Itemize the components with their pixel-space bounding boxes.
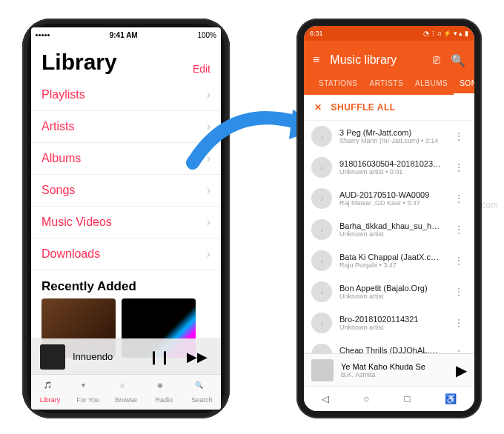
now-playing-art xyxy=(311,359,334,381)
tab-label: Search xyxy=(191,396,213,404)
tab-browse[interactable]: ♫ Browse xyxy=(107,375,145,410)
heart-icon: ♥ xyxy=(82,381,95,395)
song-title: Bon Appetit (Bajalo.Org) xyxy=(339,284,443,293)
shuffle-all-button[interactable]: ✕ SHUFFLE ALL xyxy=(304,95,474,121)
now-playing-title: Ye Mat Kaho Khuda Se xyxy=(341,362,448,371)
song-art-icon: ♪ xyxy=(311,157,332,178)
android-now-playing-bar[interactable]: Ye Mat Kaho Khuda Se B.K. Asmita ▶ xyxy=(304,353,474,386)
library-item-label: Albums xyxy=(42,152,81,165)
song-subtitle: Raj Mawar ,GD Kaur • 3:47 xyxy=(339,199,443,207)
song-row[interactable]: ♪ Bata Ki Chappal (JaatX.com) Raju Punja… xyxy=(304,245,474,276)
play-icon[interactable]: ▶ xyxy=(456,361,467,379)
song-title: Bata Ki Chappal (JaatX.com) xyxy=(339,253,443,261)
note-icon: ♫ xyxy=(119,381,133,395)
library-item-label: Playlists xyxy=(42,88,85,101)
song-art-icon: ♪ xyxy=(311,219,332,240)
song-art-icon: ♪ xyxy=(311,126,332,147)
library-item-music-videos[interactable]: Music Videos › xyxy=(31,207,221,238)
song-art-icon: ♪ xyxy=(311,250,332,271)
library-item-albums[interactable]: Albums › xyxy=(31,143,221,175)
library-item-artists[interactable]: Artists › xyxy=(31,111,221,143)
song-row[interactable]: ♪ Cheap Thrills (DJJOhAL.Com) (Mp… Sia •… xyxy=(304,338,474,353)
song-title: Cheap Thrills (DJJOhAL.Com) (Mp… xyxy=(339,346,443,353)
now-playing-art xyxy=(40,344,65,370)
tab-label: Radio xyxy=(155,396,173,404)
song-list: ♪ 3 Peg (Mr-Jatt.com) Sharry Mann (mr-Ja… xyxy=(304,121,474,353)
shuffle-label: SHUFFLE ALL xyxy=(331,102,396,113)
library-item-downloads[interactable]: Downloads › xyxy=(31,238,221,270)
song-art-icon: ♪ xyxy=(311,313,332,333)
tab-for-you[interactable]: ♥ For You xyxy=(69,375,107,410)
more-icon[interactable]: ⋮ xyxy=(451,348,467,353)
more-icon[interactable]: ⋮ xyxy=(451,255,467,267)
chevron-right-icon: › xyxy=(207,247,210,261)
tab-albums[interactable]: ALBUMS xyxy=(409,72,454,95)
song-subtitle: Raju Punjabi • 3:47 xyxy=(339,261,443,269)
song-subtitle: Unknown artist xyxy=(339,324,443,331)
nav-home-icon[interactable]: ○ xyxy=(364,393,370,404)
signal-dots-icon xyxy=(36,34,50,36)
song-row[interactable]: ♪ 3 Peg (Mr-Jatt.com) Sharry Mann (mr-Ja… xyxy=(304,121,474,152)
song-title: Barha_tikkad_khau_su_haryanvi_… xyxy=(339,221,443,230)
more-icon[interactable]: ⋮ xyxy=(451,161,467,173)
song-row[interactable]: ♪ Bon Appetit (Bajalo.Org) Unknown artis… xyxy=(304,276,474,307)
chevron-right-icon: › xyxy=(207,216,210,229)
tab-radio[interactable]: ◉ Radio xyxy=(145,375,183,410)
song-art-icon: ♪ xyxy=(311,344,332,353)
tab-label: For You xyxy=(76,396,99,404)
iphone-screen: 9:41 AM 100% Library Edit Playlists › Ar… xyxy=(31,27,221,410)
more-icon[interactable]: ⋮ xyxy=(451,317,467,329)
edit-button[interactable]: Edit xyxy=(193,63,210,75)
android-status-time: 6:31 xyxy=(310,30,323,37)
app-bar: ≡ Music library ⎚ 🔍 STATIONS ARTISTS ALB… xyxy=(304,41,474,95)
search-icon[interactable]: 🔍 xyxy=(451,53,465,67)
android-nav-bar: ◁ ○ □ ♿ xyxy=(304,386,474,411)
song-row[interactable]: ♪ Barha_tikkad_khau_su_haryanvi_… Unknow… xyxy=(304,214,474,245)
library-item-label: Music Videos xyxy=(42,216,112,229)
android-status-icons: ◔ ⫶ ♫ ⚡ ▾ ▴ ▮ xyxy=(423,30,468,37)
library-item-label: Artists xyxy=(42,120,74,133)
library-icon: 🎵 xyxy=(44,381,57,395)
song-art-icon: ♪ xyxy=(311,281,332,302)
tab-search[interactable]: 🔍 Search xyxy=(183,375,221,410)
now-playing-bar[interactable]: Innuendo ❙❙ ▶▶ xyxy=(31,338,221,374)
tab-artists[interactable]: ARTISTS xyxy=(364,72,410,95)
song-title: 918016030504-20181023205422 xyxy=(339,159,443,168)
song-row[interactable]: ♪ AUD-20170510-WA0009 Raj Mawar ,GD Kaur… xyxy=(304,183,474,214)
more-icon[interactable]: ⋮ xyxy=(451,286,467,298)
ios-status-time: 9:41 AM xyxy=(110,31,138,39)
pause-icon[interactable]: ❙❙ xyxy=(144,349,175,365)
song-subtitle: Unknown artist xyxy=(339,230,443,238)
chevron-right-icon: › xyxy=(207,88,210,101)
library-item-playlists[interactable]: Playlists › xyxy=(31,79,221,111)
ios-status-battery: 100% xyxy=(197,31,216,39)
tab-stations[interactable]: STATIONS xyxy=(313,72,364,95)
nav-recent-icon[interactable]: □ xyxy=(405,393,411,404)
hamburger-menu-icon[interactable]: ≡ xyxy=(313,53,319,67)
tab-label: Library xyxy=(40,396,61,404)
android-status-bar: 6:31 ◔ ⫶ ♫ ⚡ ▾ ▴ ▮ xyxy=(304,26,474,41)
more-icon[interactable]: ⋮ xyxy=(451,130,467,142)
now-playing-title: Innuendo xyxy=(73,351,136,362)
search-icon: 🔍 xyxy=(195,381,208,395)
now-playing-subtitle: B.K. Asmita xyxy=(341,371,448,378)
android-tabs: STATIONS ARTISTS ALBUMS SONGS GENRES xyxy=(313,72,465,95)
nav-back-icon[interactable]: ◁ xyxy=(322,393,329,404)
android-device-frame: 6:31 ◔ ⫶ ♫ ⚡ ▾ ▴ ▮ ≡ Music library ⎚ 🔍 S… xyxy=(296,19,482,418)
song-row[interactable]: ♪ 918016030504-20181023205422 Unknown ar… xyxy=(304,152,474,183)
library-item-songs[interactable]: Songs › xyxy=(31,175,221,207)
more-icon[interactable]: ⋮ xyxy=(451,224,467,236)
tab-songs[interactable]: SONGS xyxy=(454,72,474,95)
recently-added-header: Recently Added xyxy=(31,270,221,298)
shuffle-icon: ✕ xyxy=(314,102,322,113)
iphone-device-frame: 9:41 AM 100% Library Edit Playlists › Ar… xyxy=(22,19,230,418)
cast-icon[interactable]: ⎚ xyxy=(433,53,440,67)
nav-accessibility-icon[interactable]: ♿ xyxy=(445,393,457,404)
library-item-label: Downloads xyxy=(42,247,100,261)
next-track-icon[interactable]: ▶▶ xyxy=(182,349,212,365)
tab-library[interactable]: 🎵 Library xyxy=(31,375,69,410)
more-icon[interactable]: ⋮ xyxy=(451,193,467,204)
tab-label: Browse xyxy=(115,396,137,404)
song-row[interactable]: ♪ Bro-20181020114321 Unknown artist ⋮ xyxy=(304,307,474,338)
ios-tab-bar: 🎵 Library ♥ For You ♫ Browse ◉ Radio 🔍 S… xyxy=(31,374,221,410)
